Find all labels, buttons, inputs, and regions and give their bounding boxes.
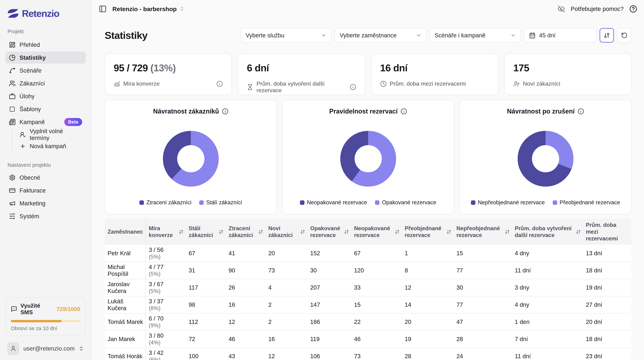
- cell-conversion: 3 / 67(5%): [146, 279, 186, 296]
- cell: 33: [351, 279, 402, 296]
- legend-item: Stálí zákazníci: [199, 199, 242, 206]
- help-circle-icon[interactable]: [629, 5, 637, 13]
- employee-select-value: Vyberte zaměstnance: [340, 32, 397, 39]
- column-header-novi-zakaznici[interactable]: Noví zákazníci: [266, 219, 307, 245]
- sort-icon: [179, 229, 184, 234]
- column-header-preobjednane-rezervace[interactable]: Přeobjednané rezervace: [402, 219, 454, 245]
- table-row: Jan Marek3 / 80(4%)7246161194619287 dní1…: [105, 330, 632, 348]
- main-area: Retenzio - barbershop Potřebujete pomoc?…: [91, 0, 644, 360]
- cell: 4: [266, 279, 307, 296]
- cell: 12: [402, 279, 454, 296]
- sidebar-item-label: Systém: [20, 213, 39, 220]
- chevrons-up-down-icon: [180, 6, 184, 11]
- cell: 152: [307, 245, 351, 262]
- employee-stats-table: ZaměstnanecMíra konverzeStálí zákazníciZ…: [105, 219, 632, 360]
- sliders-icon: [604, 32, 610, 39]
- refresh-button[interactable]: [617, 28, 632, 42]
- cell: 26: [226, 279, 266, 296]
- sms-progress-fill: [11, 320, 62, 322]
- cell: 90: [226, 262, 266, 279]
- cell: 18 dní: [583, 262, 632, 279]
- cell-employee: Jan Marek: [105, 330, 146, 348]
- column-header-nepreobjednane-rezervace[interactable]: Nepřeobjednané rezervace: [454, 219, 512, 245]
- chart-icon: [114, 81, 120, 87]
- sidebar-item-label: Úlohy: [20, 93, 34, 100]
- column-header-neopakovane-rezervace[interactable]: Neopakované rezervace: [351, 219, 402, 245]
- donut-chart: [518, 131, 574, 186]
- sidebar-item-label: Vyplnit volné termíny: [30, 128, 82, 141]
- eye-off-icon[interactable]: [558, 5, 565, 13]
- sort-icon: [505, 229, 510, 234]
- sms-icon: [11, 306, 17, 312]
- date-range-button[interactable]: 45 dní: [524, 28, 596, 42]
- user-menu[interactable]: user@retenzio.com: [7, 342, 84, 355]
- column-header-zamestnanec: Zaměstnanec: [105, 219, 146, 245]
- cell-conversion: 3 / 37(8%): [146, 296, 186, 313]
- users-icon: [9, 80, 16, 87]
- chart-title: Návratnost po zrušení: [507, 108, 574, 115]
- cell: 12: [226, 313, 266, 330]
- sidebar-item-marketing[interactable]: Marketing: [5, 197, 86, 209]
- sidebar-item-label: Zákazníci: [20, 80, 45, 87]
- sidebar-item-kampane[interactable]: KampaněBeta: [5, 116, 86, 128]
- cell: 43: [226, 348, 266, 360]
- info-icon[interactable]: [578, 108, 584, 115]
- cell: 11 dní: [512, 262, 583, 279]
- column-header-opakovane-rezervace[interactable]: Opakované rezervace: [307, 219, 351, 245]
- project-switcher[interactable]: Retenzio - barbershop: [112, 5, 184, 12]
- user-email: user@retenzio.com: [23, 345, 75, 352]
- chart-title: Návratnost zákazníků: [153, 108, 219, 115]
- column-header-prum-doba-vytvoreni-dalsi-rezervace[interactable]: Prům. doba vytvoření další rezervace: [512, 219, 583, 245]
- table-row: Jaroslav Kučera3 / 67(5%)117264207331230…: [105, 279, 632, 296]
- retenzio-logo-icon: [7, 8, 19, 18]
- credit-card-icon: [9, 187, 16, 194]
- info-icon[interactable]: [400, 108, 407, 115]
- info-icon[interactable]: [216, 81, 223, 87]
- table-wrap: ZaměstnanecMíra konverzeStálí zákazníciZ…: [105, 219, 632, 360]
- table-row: Tomáš Horák3 / 42(6%)100431210673282411 …: [105, 348, 632, 360]
- stat-value: 175: [513, 62, 622, 74]
- cell: 119: [307, 330, 351, 348]
- info-icon[interactable]: [222, 108, 228, 115]
- sidebar-item-vyplnit-volne-terminy[interactable]: Vyplnit volné termíny: [16, 129, 86, 140]
- user-plus-icon: [513, 81, 520, 87]
- sidebar-item-nova-kampan[interactable]: Nová kampaň: [16, 141, 86, 152]
- sidebar-item-sablony[interactable]: Šablony: [5, 103, 86, 115]
- help-link[interactable]: Potřebujete pomoc?: [571, 5, 624, 12]
- legend-item: Neopakované rezervace: [300, 199, 367, 206]
- legend-item: Opakované rezervace: [375, 199, 436, 206]
- column-header-ztraceni-zakaznici[interactable]: Ztracení zákazníci: [226, 219, 266, 245]
- sidebar-nav-project: PřehledStatistikyScénářeZákazníciÚlohyŠa…: [5, 39, 86, 152]
- column-header-mira-konverze[interactable]: Míra konverze: [146, 219, 186, 245]
- service-select-value: Vyberte službu: [246, 32, 284, 39]
- sidebar-item-system[interactable]: Systém: [5, 210, 86, 222]
- sidebar-item-prehled[interactable]: Přehled: [5, 39, 86, 51]
- filter-settings-button[interactable]: [600, 28, 614, 42]
- table-row: Tomáš Marek6 / 70(9%)1121221862220471 de…: [105, 313, 632, 330]
- cell: 186: [307, 313, 351, 330]
- sidebar-item-label: Kampaně: [20, 119, 45, 126]
- cell: 7 dní: [512, 330, 583, 348]
- sidebar-item-obecne[interactable]: Obecné: [5, 172, 86, 183]
- cell-conversion: 6 / 70(9%): [146, 313, 186, 330]
- project-switcher-label: Retenzio - barbershop: [112, 5, 177, 12]
- chart-card-navratnost-po-zruseni: Návratnost po zrušeníNepřeobjednané reze…: [460, 100, 632, 214]
- sidebar-item-scenare[interactable]: Scénáře: [5, 64, 86, 76]
- service-select[interactable]: Vyberte službu: [240, 28, 332, 42]
- app-logo[interactable]: Retenzio: [5, 8, 86, 19]
- column-header-stali-zakaznici[interactable]: Stálí zákazníci: [186, 219, 226, 245]
- sidebar-item-ulohy[interactable]: Úlohy: [5, 90, 86, 102]
- sidebar-toggle-icon[interactable]: [99, 5, 107, 13]
- cell: 12: [266, 348, 307, 360]
- sms-usage-label: Využité SMS: [20, 302, 53, 316]
- sort-icon: [395, 229, 400, 234]
- employee-select[interactable]: Vyberte zaměstnance: [335, 28, 426, 42]
- sidebar-item-zakaznici[interactable]: Zákazníci: [5, 77, 86, 89]
- sidebar-item-statistiky[interactable]: Statistiky: [5, 52, 86, 64]
- box-dashed-icon: [9, 106, 16, 112]
- scenario-select[interactable]: Scénáře i kampaně: [430, 28, 521, 42]
- cell: 27 dní: [583, 296, 632, 313]
- sidebar-item-fakturace[interactable]: Fakturace: [5, 184, 86, 196]
- sidebar-item-label: Přehled: [20, 41, 40, 48]
- info-icon[interactable]: [350, 84, 356, 90]
